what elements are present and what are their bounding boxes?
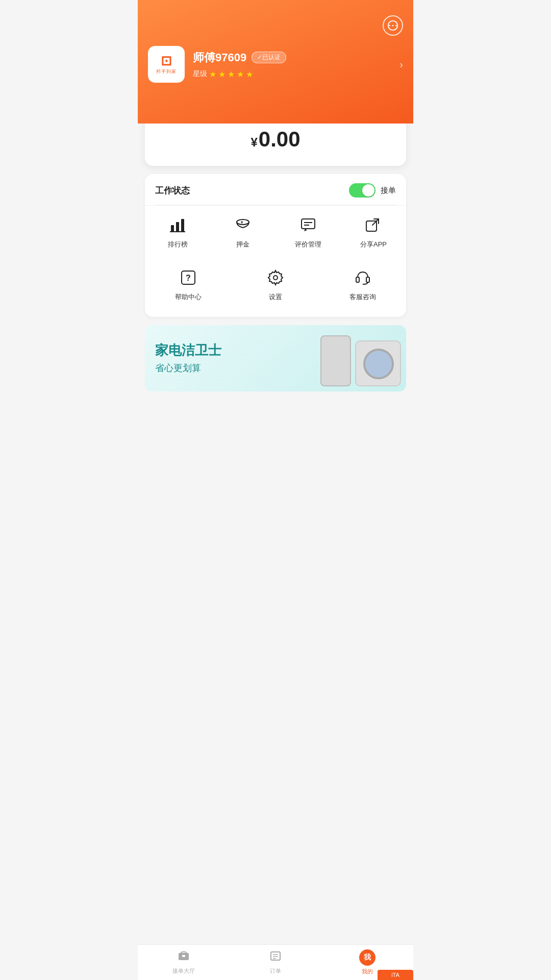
gear-icon (267, 270, 284, 288)
washer-image (355, 340, 401, 386)
svg-rect-10 (302, 219, 315, 229)
profile-name-row: 师傅97609 ✓已认证 (193, 50, 391, 65)
work-status-label: 工作状态 (155, 185, 190, 197)
menu-item-deposit[interactable]: ¥ 押金 (210, 210, 276, 256)
logo-icon: ⊡ (161, 54, 172, 67)
svg-rect-6 (181, 219, 184, 232)
wallet-currency: ¥ (251, 135, 257, 149)
message-button[interactable] (383, 15, 403, 36)
profile-info: 师傅97609 ✓已认证 星级 ★ ★ ★ ★ ★ (193, 50, 391, 79)
menu-item-service[interactable]: 客服咨询 (319, 262, 406, 309)
banner-text: 家电洁卫士 省心更划算 (145, 333, 232, 383)
headset-icon (355, 270, 371, 288)
menu-label-service: 客服咨询 (349, 292, 376, 302)
menu-label-deposit: 押金 (236, 240, 249, 249)
menu-label-review: 评价管理 (295, 240, 321, 249)
wallet-amount-row: ¥0.00 (155, 127, 396, 152)
share-icon (365, 217, 382, 236)
toggle-thumb (362, 184, 374, 197)
toggle-row: 接单 (349, 183, 396, 198)
svg-rect-18 (356, 277, 359, 282)
svg-point-2 (395, 25, 397, 27)
logo-text: 邦手到家 (156, 68, 177, 75)
svg-point-1 (392, 25, 394, 27)
banner-title: 家电洁卫士 (155, 342, 221, 358)
svg-rect-4 (171, 225, 174, 232)
menu-label-ranking: 排行榜 (168, 240, 188, 249)
svg-point-0 (389, 25, 390, 27)
wallet-amount: 0.00 (259, 127, 300, 151)
help-icon: ? (180, 270, 196, 288)
fridge-image (320, 335, 351, 386)
menu-label-settings: 设置 (269, 292, 282, 302)
app-logo: ⊡ 邦手到家 (148, 46, 185, 83)
svg-line-14 (372, 219, 379, 225)
money-icon: ¥ (235, 217, 251, 236)
toggle-label: 接单 (381, 186, 396, 195)
chart-icon (169, 217, 186, 236)
profile-name: 师傅97609 (193, 50, 246, 65)
menu-label-share: 分享APP (360, 240, 387, 249)
message-icon (387, 20, 398, 31)
header-section: ⊡ 邦手到家 师傅97609 ✓已认证 星级 ★ ★ ★ ★ ★ › (138, 0, 413, 124)
header-top-row (148, 15, 403, 36)
menu-item-settings[interactable]: 设置 (232, 262, 319, 309)
banner-image (294, 325, 406, 391)
svg-rect-5 (176, 222, 179, 232)
verified-badge: ✓已认证 (252, 52, 286, 63)
menu-grid-row2: ? 帮助中心 设置 (145, 260, 406, 317)
menu-item-help[interactable]: ? 帮助中心 (145, 262, 232, 309)
star-3: ★ (228, 69, 235, 79)
work-status-row: 工作状态 接单 (145, 174, 406, 205)
svg-text:¥: ¥ (241, 220, 243, 225)
profile-arrow[interactable]: › (399, 59, 403, 70)
menu-grid-row1: 排行榜 ¥ 押金 评价管理 (145, 205, 406, 260)
star-1: ★ (209, 69, 216, 79)
stars-row: 星级 ★ ★ ★ ★ ★ (193, 69, 391, 79)
svg-rect-19 (366, 277, 369, 282)
svg-text:?: ? (186, 274, 191, 282)
washer-drum (363, 349, 394, 379)
menu-label-help: 帮助中心 (175, 292, 202, 302)
star-4: ★ (237, 69, 244, 79)
star-5: ★ (246, 69, 253, 79)
banner-subtitle: 省心更划算 (155, 362, 221, 374)
menu-item-ranking[interactable]: 排行榜 (145, 210, 210, 256)
comment-icon (300, 217, 316, 236)
svg-point-17 (273, 276, 278, 280)
menu-item-review[interactable]: 评价管理 (276, 210, 341, 256)
promo-banner[interactable]: 家电洁卫士 省心更划算 (145, 325, 406, 391)
profile-row: ⊡ 邦手到家 师傅97609 ✓已认证 星级 ★ ★ ★ ★ ★ › (148, 46, 403, 83)
stars-label: 星级 (193, 69, 207, 79)
work-card: 工作状态 接单 排行榜 (145, 174, 406, 317)
work-toggle[interactable] (349, 183, 375, 198)
menu-item-share[interactable]: 分享APP (341, 210, 406, 256)
star-2: ★ (218, 69, 226, 79)
